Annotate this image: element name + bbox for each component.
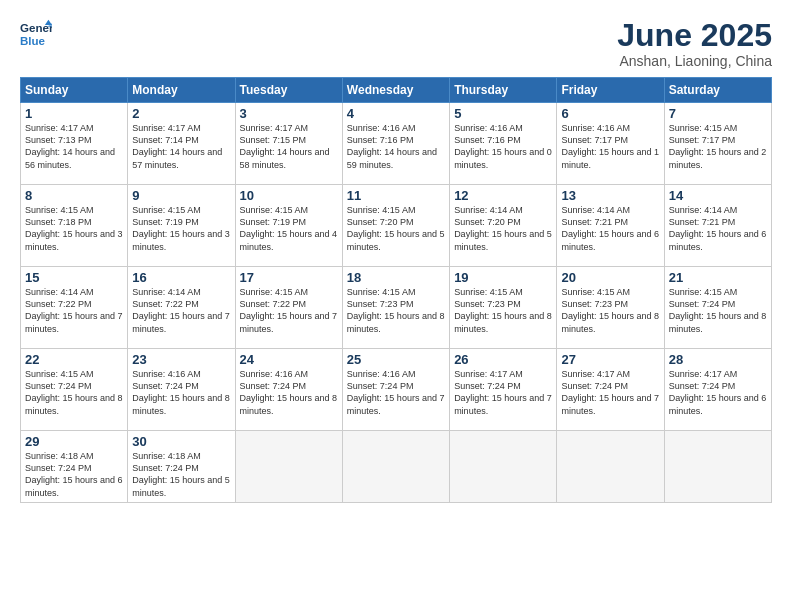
table-row: 5Sunrise: 4:16 AM Sunset: 7:16 PM Daylig… [450,103,557,185]
table-row: 12Sunrise: 4:14 AM Sunset: 7:20 PM Dayli… [450,185,557,267]
table-row [235,431,342,503]
day-number: 9 [132,188,230,203]
day-number: 17 [240,270,338,285]
table-row: 25Sunrise: 4:16 AM Sunset: 7:24 PM Dayli… [342,349,449,431]
day-number: 12 [454,188,552,203]
day-number: 30 [132,434,230,449]
day-number: 22 [25,352,123,367]
cell-info: Sunrise: 4:14 AM Sunset: 7:22 PM Dayligh… [25,286,123,335]
day-number: 11 [347,188,445,203]
cell-info: Sunrise: 4:17 AM Sunset: 7:24 PM Dayligh… [669,368,767,417]
cell-info: Sunrise: 4:14 AM Sunset: 7:22 PM Dayligh… [132,286,230,335]
day-number: 27 [561,352,659,367]
col-sunday: Sunday [21,78,128,103]
day-number: 18 [347,270,445,285]
cell-info: Sunrise: 4:18 AM Sunset: 7:24 PM Dayligh… [132,450,230,499]
logo: General Blue [20,18,52,50]
day-number: 26 [454,352,552,367]
cell-info: Sunrise: 4:16 AM Sunset: 7:24 PM Dayligh… [347,368,445,417]
cell-info: Sunrise: 4:16 AM Sunset: 7:17 PM Dayligh… [561,122,659,171]
day-number: 6 [561,106,659,121]
day-number: 20 [561,270,659,285]
table-row: 16Sunrise: 4:14 AM Sunset: 7:22 PM Dayli… [128,267,235,349]
col-tuesday: Tuesday [235,78,342,103]
table-row: 6Sunrise: 4:16 AM Sunset: 7:17 PM Daylig… [557,103,664,185]
cell-info: Sunrise: 4:16 AM Sunset: 7:16 PM Dayligh… [347,122,445,171]
table-row: 29Sunrise: 4:18 AM Sunset: 7:24 PM Dayli… [21,431,128,503]
day-number: 5 [454,106,552,121]
day-number: 15 [25,270,123,285]
day-number: 8 [25,188,123,203]
table-row: 21Sunrise: 4:15 AM Sunset: 7:24 PM Dayli… [664,267,771,349]
table-row: 11Sunrise: 4:15 AM Sunset: 7:20 PM Dayli… [342,185,449,267]
day-number: 23 [132,352,230,367]
cell-info: Sunrise: 4:16 AM Sunset: 7:24 PM Dayligh… [132,368,230,417]
table-row [450,431,557,503]
cell-info: Sunrise: 4:15 AM Sunset: 7:23 PM Dayligh… [454,286,552,335]
cell-info: Sunrise: 4:16 AM Sunset: 7:16 PM Dayligh… [454,122,552,171]
table-row: 19Sunrise: 4:15 AM Sunset: 7:23 PM Dayli… [450,267,557,349]
cell-info: Sunrise: 4:14 AM Sunset: 7:21 PM Dayligh… [669,204,767,253]
day-number: 21 [669,270,767,285]
table-row: 28Sunrise: 4:17 AM Sunset: 7:24 PM Dayli… [664,349,771,431]
cell-info: Sunrise: 4:14 AM Sunset: 7:20 PM Dayligh… [454,204,552,253]
cell-info: Sunrise: 4:15 AM Sunset: 7:17 PM Dayligh… [669,122,767,171]
table-row: 7Sunrise: 4:15 AM Sunset: 7:17 PM Daylig… [664,103,771,185]
col-thursday: Thursday [450,78,557,103]
day-number: 4 [347,106,445,121]
cell-info: Sunrise: 4:15 AM Sunset: 7:19 PM Dayligh… [240,204,338,253]
cell-info: Sunrise: 4:15 AM Sunset: 7:19 PM Dayligh… [132,204,230,253]
day-number: 28 [669,352,767,367]
col-saturday: Saturday [664,78,771,103]
subtitle: Anshan, Liaoning, China [617,53,772,69]
day-number: 3 [240,106,338,121]
table-row: 9Sunrise: 4:15 AM Sunset: 7:19 PM Daylig… [128,185,235,267]
table-row: 22Sunrise: 4:15 AM Sunset: 7:24 PM Dayli… [21,349,128,431]
day-number: 13 [561,188,659,203]
table-row: 26Sunrise: 4:17 AM Sunset: 7:24 PM Dayli… [450,349,557,431]
day-number: 14 [669,188,767,203]
cell-info: Sunrise: 4:16 AM Sunset: 7:24 PM Dayligh… [240,368,338,417]
day-number: 1 [25,106,123,121]
table-row: 14Sunrise: 4:14 AM Sunset: 7:21 PM Dayli… [664,185,771,267]
day-number: 24 [240,352,338,367]
cell-info: Sunrise: 4:14 AM Sunset: 7:21 PM Dayligh… [561,204,659,253]
cell-info: Sunrise: 4:17 AM Sunset: 7:24 PM Dayligh… [454,368,552,417]
cell-info: Sunrise: 4:15 AM Sunset: 7:22 PM Dayligh… [240,286,338,335]
table-row: 8Sunrise: 4:15 AM Sunset: 7:18 PM Daylig… [21,185,128,267]
table-row: 4Sunrise: 4:16 AM Sunset: 7:16 PM Daylig… [342,103,449,185]
cell-info: Sunrise: 4:17 AM Sunset: 7:15 PM Dayligh… [240,122,338,171]
cell-info: Sunrise: 4:15 AM Sunset: 7:23 PM Dayligh… [561,286,659,335]
cell-info: Sunrise: 4:17 AM Sunset: 7:13 PM Dayligh… [25,122,123,171]
table-row: 3Sunrise: 4:17 AM Sunset: 7:15 PM Daylig… [235,103,342,185]
table-row: 10Sunrise: 4:15 AM Sunset: 7:19 PM Dayli… [235,185,342,267]
day-number: 2 [132,106,230,121]
table-row: 17Sunrise: 4:15 AM Sunset: 7:22 PM Dayli… [235,267,342,349]
table-row: 15Sunrise: 4:14 AM Sunset: 7:22 PM Dayli… [21,267,128,349]
table-row: 30Sunrise: 4:18 AM Sunset: 7:24 PM Dayli… [128,431,235,503]
table-row: 2Sunrise: 4:17 AM Sunset: 7:14 PM Daylig… [128,103,235,185]
cell-info: Sunrise: 4:15 AM Sunset: 7:24 PM Dayligh… [25,368,123,417]
cell-info: Sunrise: 4:15 AM Sunset: 7:20 PM Dayligh… [347,204,445,253]
day-number: 10 [240,188,338,203]
cell-info: Sunrise: 4:15 AM Sunset: 7:23 PM Dayligh… [347,286,445,335]
day-number: 16 [132,270,230,285]
col-wednesday: Wednesday [342,78,449,103]
table-row: 24Sunrise: 4:16 AM Sunset: 7:24 PM Dayli… [235,349,342,431]
svg-text:Blue: Blue [20,35,46,47]
table-row: 13Sunrise: 4:14 AM Sunset: 7:21 PM Dayli… [557,185,664,267]
col-friday: Friday [557,78,664,103]
day-number: 7 [669,106,767,121]
table-row: 23Sunrise: 4:16 AM Sunset: 7:24 PM Dayli… [128,349,235,431]
logo-icon: General Blue [20,18,52,50]
day-number: 29 [25,434,123,449]
table-row [557,431,664,503]
table-row [664,431,771,503]
page-title: June 2025 [617,18,772,53]
cell-info: Sunrise: 4:17 AM Sunset: 7:24 PM Dayligh… [561,368,659,417]
col-monday: Monday [128,78,235,103]
table-row [342,431,449,503]
day-number: 25 [347,352,445,367]
table-row: 1Sunrise: 4:17 AM Sunset: 7:13 PM Daylig… [21,103,128,185]
cell-info: Sunrise: 4:18 AM Sunset: 7:24 PM Dayligh… [25,450,123,499]
